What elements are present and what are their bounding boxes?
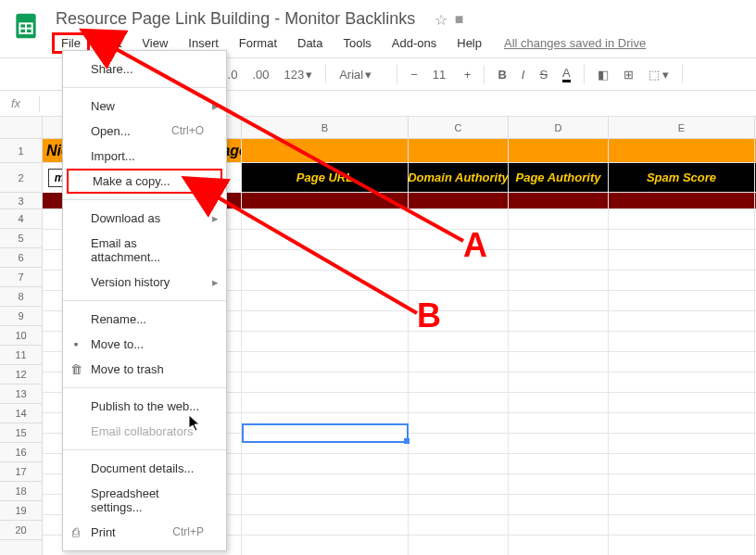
col-header[interactable]: C	[409, 117, 509, 138]
font-size-increase[interactable]: +	[459, 64, 477, 85]
merge-button[interactable]: ⬚ ▾	[643, 64, 675, 85]
row-header[interactable]: 7	[0, 268, 42, 287]
row-header[interactable]: 19	[0, 501, 42, 521]
row-header[interactable]: 14	[0, 404, 42, 423]
save-status[interactable]: All changes saved in Drive	[504, 36, 646, 50]
row-header[interactable]: 3	[0, 193, 42, 209]
sheets-logo[interactable]	[7, 7, 44, 44]
row-header[interactable]: 4	[0, 209, 42, 229]
menu-make-copy[interactable]: Make a copy...	[67, 169, 222, 194]
menu-email-collab: Email collaborators	[63, 419, 226, 444]
row-header[interactable]: 20	[0, 521, 42, 540]
font-size-decrease[interactable]: −	[405, 64, 423, 85]
active-cell[interactable]	[242, 423, 409, 443]
app-header: Resource Page Link Building - Monitor Ba…	[0, 0, 756, 57]
row-header[interactable]: 6	[0, 248, 42, 268]
cell[interactable]	[509, 193, 609, 209]
chevron-right-icon: ▸	[212, 211, 219, 225]
col-header[interactable]: E	[609, 117, 755, 138]
cell[interactable]	[409, 193, 509, 209]
menu-import[interactable]: Import...	[63, 144, 226, 169]
menu-new[interactable]: New▸	[63, 94, 226, 119]
increase-decimal[interactable]: .00	[246, 64, 274, 85]
cell[interactable]	[242, 193, 409, 209]
menu-move-to[interactable]: ▪Move to...	[63, 332, 226, 357]
cell[interactable]: Domain Authority	[409, 163, 509, 193]
chevron-right-icon: ▸	[212, 275, 219, 289]
row-header[interactable]: 10	[0, 326, 42, 346]
row-headers: 1 2 3 4 5 6 7 8 9 10 11 12 13 14 15 16 1…	[0, 117, 43, 555]
cell[interactable]	[242, 139, 409, 163]
cell[interactable]: Spam Score	[609, 163, 755, 193]
print-icon: ⎙	[69, 525, 83, 539]
cell[interactable]	[409, 139, 509, 163]
row-header[interactable]: 13	[0, 385, 42, 404]
borders-button[interactable]: ⊞	[618, 64, 639, 85]
menu-settings[interactable]: Spreadsheet settings...	[63, 481, 226, 520]
text-color-button[interactable]: A	[557, 62, 576, 86]
menu-download[interactable]: Download as▸	[63, 206, 226, 231]
italic-button[interactable]: I	[516, 64, 531, 85]
fx-label: fx	[11, 96, 20, 110]
row-header[interactable]: 2	[0, 163, 42, 193]
menu-data[interactable]: Data	[288, 32, 332, 54]
bold-button[interactable]: B	[492, 64, 511, 85]
menu-tools[interactable]: Tools	[334, 32, 380, 54]
chevron-right-icon: ▸	[212, 99, 219, 113]
font-size[interactable]: 11	[427, 64, 455, 85]
row-header[interactable]: 12	[0, 365, 42, 385]
menu-doc-details[interactable]: Document details...	[63, 456, 226, 481]
select-all-corner[interactable]	[0, 117, 42, 139]
menu-email-attachment[interactable]: Email as attachment...	[63, 231, 226, 270]
row-header[interactable]: 11	[0, 346, 42, 365]
row-header[interactable]: 18	[0, 482, 42, 501]
menu-open[interactable]: Open...Ctrl+O	[63, 119, 226, 144]
star-icon[interactable]: ☆	[435, 11, 447, 29]
fill-color-button[interactable]: ◧	[592, 64, 614, 85]
fill-handle[interactable]	[404, 438, 410, 444]
menu-publish[interactable]: Publish to the web...	[63, 394, 226, 419]
row-header[interactable]: 5	[0, 229, 42, 248]
folder-icon[interactable]: ■	[455, 11, 464, 29]
cell[interactable]	[609, 193, 755, 209]
cell[interactable]	[509, 139, 609, 163]
folder-icon: ▪	[69, 337, 83, 351]
menu-help[interactable]: Help	[447, 32, 491, 54]
row-header[interactable]: 8	[0, 287, 42, 307]
menu-rename[interactable]: Rename...	[63, 307, 226, 332]
col-header[interactable]: B	[242, 117, 409, 138]
row-header[interactable]: 15	[0, 423, 42, 443]
file-menu-dropdown: Share... New▸ Open...Ctrl+O Import... Ma…	[62, 50, 227, 551]
row-header[interactable]: 17	[0, 462, 42, 482]
menu-share[interactable]: Share...	[63, 57, 226, 82]
menu-move-trash[interactable]: 🗑Move to trash	[63, 357, 226, 382]
row-header[interactable]: 16	[0, 443, 42, 462]
cell[interactable]	[609, 139, 755, 163]
cell[interactable]: Page Authority	[509, 163, 609, 193]
col-header[interactable]: D	[509, 117, 609, 138]
document-title[interactable]: Resource Page Link Building - Monitor Ba…	[52, 7, 419, 31]
trash-icon: 🗑	[69, 362, 83, 376]
font-selector[interactable]: Arial ▾	[334, 64, 389, 85]
menu-addons[interactable]: Add-ons	[383, 32, 446, 54]
cell[interactable]: Page URL	[242, 163, 409, 193]
row-header[interactable]: 1	[0, 139, 42, 163]
menu-print[interactable]: ⎙PrintCtrl+P	[63, 520, 226, 545]
more-formats[interactable]: 123 ▾	[278, 64, 318, 85]
menu-format[interactable]: Format	[230, 32, 286, 54]
strike-button[interactable]: S	[534, 64, 553, 85]
row-header[interactable]: 9	[0, 307, 42, 326]
menu-version-history[interactable]: Version history▸	[63, 270, 226, 295]
